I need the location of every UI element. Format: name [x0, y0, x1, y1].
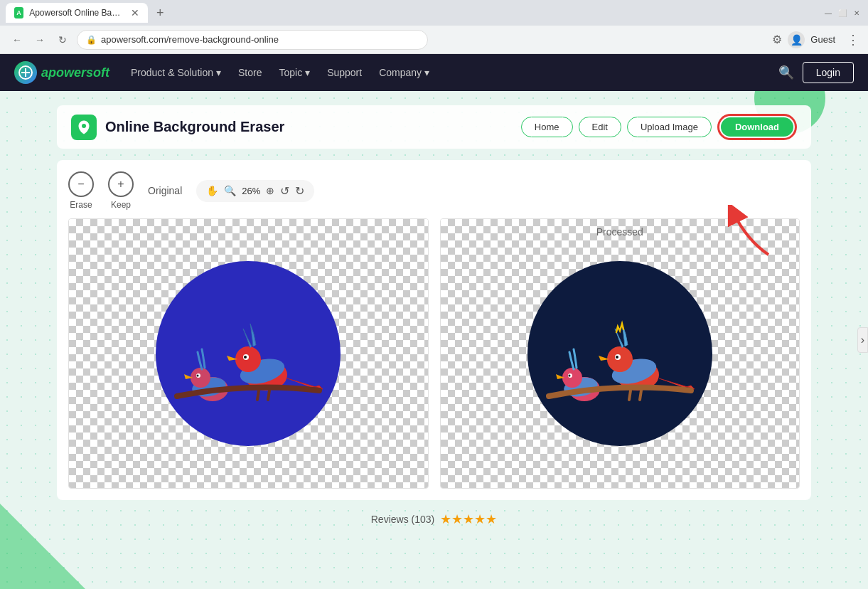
app-navbar: apowersoft Product & Solution ▾ Store To…	[0, 54, 868, 91]
nav-company[interactable]: Company ▾	[379, 67, 429, 78]
zoom-in-icon[interactable]: ⊕	[266, 185, 274, 196]
chevron-down-icon-3: ▾	[424, 67, 429, 78]
logo-text: apowersoft	[41, 65, 109, 80]
zoom-out-icon[interactable]: 🔍	[224, 185, 236, 196]
chevron-down-icon-2: ▾	[305, 67, 310, 78]
original-bird-image	[156, 261, 341, 446]
birds-processed-svg	[542, 290, 698, 418]
arrow-annotation	[719, 205, 776, 265]
svg-point-6	[244, 356, 247, 359]
home-button[interactable]: Home	[521, 117, 573, 137]
editor-toolbar: − Erase + Keep Original ✋ 🔍 26% ⊕ ↺ ↻	[68, 171, 800, 210]
zoom-value: 26%	[242, 186, 260, 196]
original-label: Original	[148, 185, 182, 196]
red-arrow-icon	[719, 205, 776, 262]
keep-tool[interactable]: + Keep	[108, 171, 134, 210]
side-panel-toggle[interactable]: ›	[857, 327, 868, 353]
svg-point-4	[235, 346, 261, 372]
original-panel	[68, 218, 429, 489]
nav-support[interactable]: Support	[327, 67, 362, 78]
tool-title: Online Background Eraser	[105, 119, 284, 135]
svg-point-19	[562, 368, 582, 388]
svg-point-14	[607, 346, 633, 372]
svg-point-21	[568, 375, 570, 377]
login-button[interactable]: Login	[803, 62, 854, 83]
reviews-bar: Reviews (103) ★★★★★	[57, 500, 811, 538]
image-panels: Processed	[68, 218, 800, 489]
tool-title-area: Online Background Eraser	[71, 115, 284, 140]
zoom-controls: ✋ 🔍 26% ⊕ ↺ ↻	[196, 180, 314, 202]
tab-close-btn[interactable]: ✕	[131, 7, 139, 18]
page-content: Online Background Eraser Home Edit Uploa…	[0, 91, 868, 589]
svg-point-11	[197, 375, 199, 377]
browser-menu-icon[interactable]: ⋮	[847, 32, 859, 48]
logo-icon	[14, 61, 37, 84]
window-controls: — ⬜ ✕	[823, 7, 862, 18]
main-container: Online Background Eraser Home Edit Uploa…	[0, 91, 868, 553]
processed-bird-image	[527, 261, 712, 446]
tab-title: Apowersoft Online Backgroun	[29, 8, 122, 18]
extensions-icon[interactable]: ⚙	[772, 33, 782, 46]
svg-point-1	[82, 124, 86, 128]
nav-topic[interactable]: Topic ▾	[279, 67, 310, 78]
lock-icon: 🔒	[86, 35, 97, 45]
tool-header: Online Background Eraser Home Edit Uploa…	[57, 105, 811, 149]
refresh-button[interactable]: ↻	[54, 31, 71, 48]
rotate-left-icon[interactable]: ↺	[280, 184, 289, 198]
back-button[interactable]: ←	[9, 31, 26, 48]
chevron-down-icon: ▾	[216, 67, 221, 78]
nav-store[interactable]: Store	[238, 67, 262, 78]
tool-icon	[71, 115, 97, 140]
minimize-btn[interactable]: —	[823, 7, 834, 18]
search-icon[interactable]: 🔍	[778, 65, 794, 80]
nav-links: Product & Solution ▾ Store Topic ▾ Suppo…	[131, 67, 757, 78]
editor-area: − Erase + Keep Original ✋ 🔍 26% ⊕ ↺ ↻	[57, 160, 811, 500]
browser-tab-active[interactable]: A Apowersoft Online Backgroun ✕	[6, 3, 148, 23]
guest-label[interactable]: Guest	[810, 34, 835, 45]
erase-tool[interactable]: − Erase	[68, 171, 94, 210]
birds-original-svg	[170, 290, 326, 418]
reviews-label: Reviews (103)	[371, 514, 434, 525]
tool-nav-buttons: Home Edit Upload Image Download	[521, 114, 797, 140]
download-button[interactable]: Download	[721, 117, 793, 137]
url-text: apowersoft.com/remove-background-online	[101, 34, 279, 45]
keep-icon: +	[108, 171, 134, 197]
profile-icon[interactable]: 👤	[788, 31, 805, 48]
upload-image-button[interactable]: Upload Image	[627, 117, 712, 137]
svg-point-16	[616, 356, 618, 359]
edit-button[interactable]: Edit	[579, 117, 621, 137]
rotate-right-icon[interactable]: ↻	[295, 184, 304, 198]
nav-actions: 🔍 Login	[778, 62, 854, 83]
tab-favicon: A	[14, 7, 23, 18]
svg-point-9	[191, 368, 210, 388]
stars-rating: ★★★★★	[440, 511, 497, 527]
original-checker-bg	[69, 219, 428, 488]
browser-title-bar: A Apowersoft Online Backgroun ✕ + — ⬜ ✕	[0, 0, 868, 26]
new-tab-button[interactable]: +	[151, 6, 170, 21]
erase-icon: −	[68, 171, 94, 197]
processed-label: Processed	[596, 226, 643, 238]
url-bar[interactable]: 🔒 apowersoft.com/remove-background-onlin…	[77, 30, 428, 50]
forward-button[interactable]: →	[31, 31, 48, 48]
erase-label: Erase	[70, 200, 92, 210]
keep-label: Keep	[111, 200, 131, 210]
browser-chrome: A Apowersoft Online Backgroun ✕ + — ⬜ ✕ …	[0, 0, 868, 54]
address-bar: ← → ↻ 🔒 apowersoft.com/remove-background…	[0, 26, 868, 54]
maximize-btn[interactable]: ⬜	[837, 7, 848, 18]
nav-product-solution[interactable]: Product & Solution ▾	[131, 67, 221, 78]
download-button-border: Download	[717, 114, 797, 140]
close-btn[interactable]: ✕	[851, 7, 862, 18]
logo-area: apowersoft	[14, 61, 109, 84]
hand-icon[interactable]: ✋	[206, 185, 218, 196]
